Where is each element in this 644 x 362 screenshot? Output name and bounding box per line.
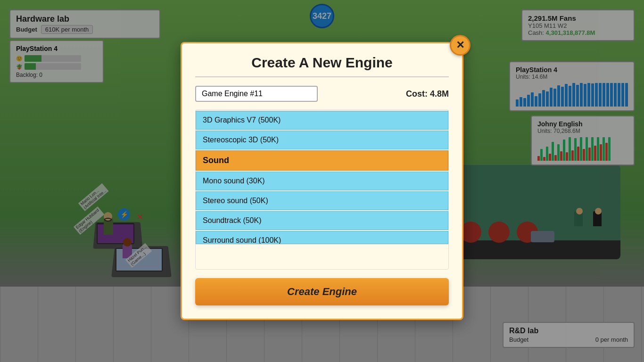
feature-item-stereoscopic[interactable]: Stereoscopic 3D (50K) [196,131,448,149]
feature-item-stereo-sound[interactable]: Stereo sound (50K) [196,191,448,210]
feature-item-mono-sound[interactable]: Mono sound (30K) [196,172,448,190]
feature-item-surround-sound[interactable]: Surround sound (100K) [196,231,448,244]
engine-name-input[interactable] [195,86,318,102]
create-engine-modal: ✕ Create A New Engine Cost: 4.8M 3D Grap… [181,42,463,320]
create-engine-button[interactable]: Create Engine [195,278,449,305]
feature-item-soundtrack[interactable]: Soundtrack (50K) [196,211,448,230]
modal-title: Create A New Engine [195,55,449,77]
feature-list[interactable]: 3D Graphics V7 (500K) Stereoscopic 3D (5… [195,109,449,270]
modal-top-row: Cost: 4.8M [195,86,449,102]
close-button[interactable]: ✕ [450,35,471,56]
category-sound: Sound [196,150,448,171]
modal-overlay: ✕ Create A New Engine Cost: 4.8M 3D Grap… [0,0,644,362]
feature-item-3d-graphics[interactable]: 3D Graphics V7 (500K) [196,111,448,130]
cost-label: Cost: 4.8M [406,89,449,99]
